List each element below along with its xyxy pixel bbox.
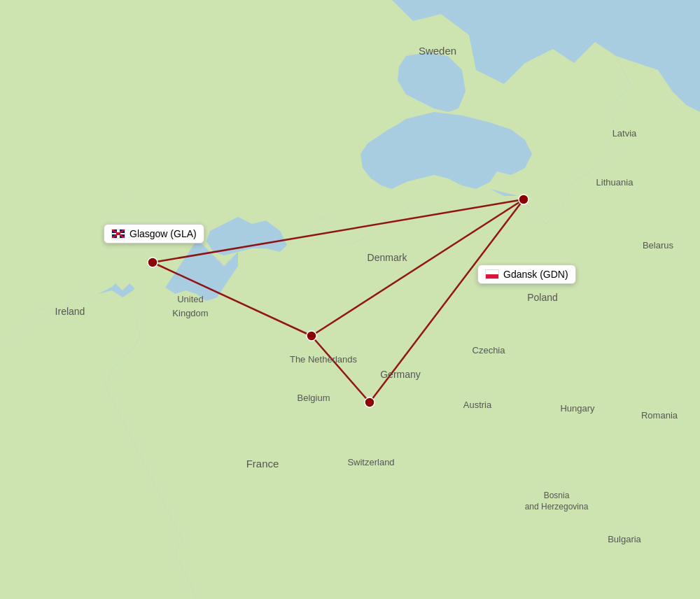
label-austria: Austria (463, 400, 492, 410)
label-netherlands: The Netherlands (290, 354, 358, 365)
label-united: United (177, 294, 204, 304)
label-romania: Romania (641, 410, 678, 421)
svg-point-9 (519, 195, 528, 204)
label-belgium: Belgium (298, 393, 330, 403)
label-czechia: Czechia (472, 345, 506, 355)
label-france: France (246, 458, 279, 470)
label-ireland: Ireland (55, 306, 85, 317)
label-switzerland: Switzerland (347, 457, 394, 467)
map-container: Sweden Latvia Lithuania Belarus Poland C… (0, 0, 700, 599)
label-denmark: Denmark (368, 252, 408, 263)
label-lithuania: Lithuania (596, 177, 634, 188)
label-poland: Poland (527, 292, 558, 303)
svg-point-8 (148, 258, 158, 267)
label-bulgaria: Bulgaria (608, 534, 641, 544)
svg-point-7 (365, 397, 374, 407)
label-kingdom: Kingdom (172, 308, 208, 318)
label-latvia: Latvia (612, 128, 637, 139)
svg-point-6 (307, 331, 316, 341)
label-germany: Germany (380, 369, 421, 380)
label-sweden: Sweden (419, 45, 456, 57)
label-bosnia: Bosnia (544, 491, 570, 500)
map-svg: Sweden Latvia Lithuania Belarus Poland C… (0, 0, 700, 599)
label-hungary: Hungary (560, 403, 595, 414)
label-belarus: Belarus (643, 240, 674, 251)
label-and-herzegovina: and Herzegovina (525, 502, 589, 512)
